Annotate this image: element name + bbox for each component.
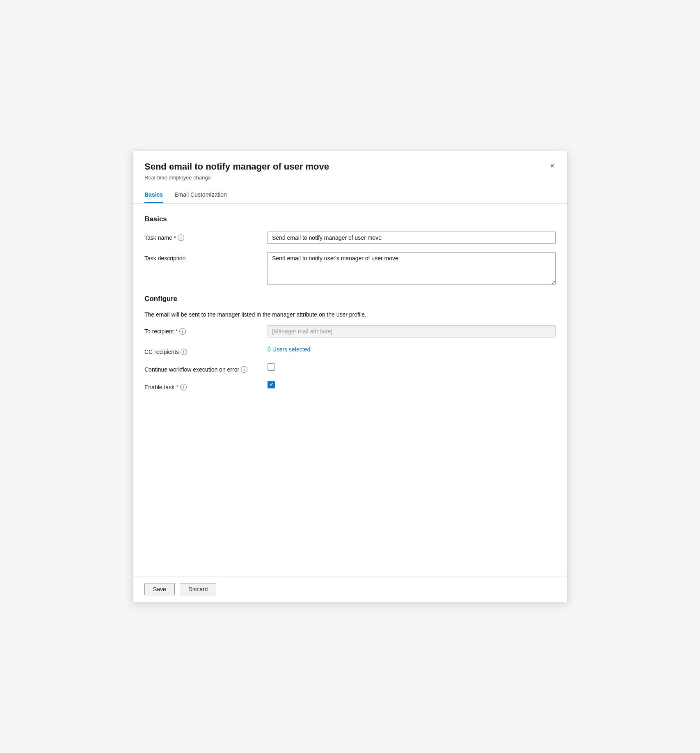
dialog-footer: Save Discard (133, 576, 567, 602)
task-name-required: * (174, 234, 176, 241)
continue-workflow-info-icon[interactable]: i (241, 366, 247, 373)
cc-recipients-row: CC recipients i 0 Users selected (144, 346, 556, 355)
continue-workflow-control (268, 363, 556, 371)
task-name-control (268, 232, 556, 244)
enable-task-label: Enable task * i (144, 381, 268, 390)
enable-task-required: * (176, 384, 178, 390)
task-name-label: Task name * i (144, 232, 268, 241)
task-name-info-icon[interactable]: i (178, 234, 184, 241)
continue-workflow-row: Continue workflow execution on error i (144, 363, 556, 373)
dialog-header: Send email to notify manager of user mov… (133, 151, 567, 187)
dialog-title: Send email to notify manager of user mov… (144, 161, 556, 173)
dialog: Send email to notify manager of user mov… (133, 151, 567, 602)
cc-recipients-label: CC recipients i (144, 346, 268, 355)
cc-recipients-info-icon[interactable]: i (181, 349, 187, 355)
enable-task-control (268, 381, 556, 388)
to-recipient-row: To recipient * i [Manager mail attribute… (144, 325, 556, 337)
to-recipient-control: [Manager mail attribute] (268, 325, 556, 337)
to-recipient-label: To recipient * i (144, 325, 268, 335)
continue-workflow-label: Continue workflow execution on error i (144, 363, 268, 373)
task-description-label: Task description (144, 252, 268, 262)
task-description-control: Send email to notify user's manager of u… (268, 252, 556, 287)
dialog-subtitle: Real-time employee change (144, 174, 556, 181)
dialog-content: Basics Task name * i Task description Se… (133, 204, 567, 576)
task-name-input[interactable] (268, 232, 556, 244)
enable-task-row: Enable task * i (144, 381, 556, 390)
enable-task-checkbox[interactable] (268, 381, 275, 388)
to-recipient-value: [Manager mail attribute] (268, 325, 556, 337)
continue-workflow-checkbox-container (268, 363, 556, 371)
enable-task-checkbox-container (268, 381, 556, 388)
tab-email-customization[interactable]: Email Customization (174, 187, 227, 203)
task-description-input[interactable]: Send email to notify user's manager of u… (268, 252, 556, 285)
to-recipient-info-icon[interactable]: i (179, 328, 186, 335)
close-button[interactable]: × (546, 159, 559, 172)
tab-basics[interactable]: Basics (144, 187, 163, 203)
cc-recipients-control: 0 Users selected (268, 346, 556, 353)
continue-workflow-checkbox[interactable] (268, 363, 275, 371)
cc-recipients-link[interactable]: 0 Users selected (268, 346, 310, 353)
basics-section-title: Basics (144, 215, 556, 223)
task-description-row: Task description Send email to notify us… (144, 252, 556, 287)
configure-section: Configure The email will be sent to the … (144, 295, 556, 390)
configure-description: The email will be sent to the manager li… (144, 311, 556, 318)
to-recipient-required: * (176, 328, 178, 335)
configure-section-title: Configure (144, 295, 556, 303)
discard-button[interactable]: Discard (180, 583, 216, 595)
task-name-row: Task name * i (144, 232, 556, 244)
tabs-container: Basics Email Customization (133, 187, 567, 204)
save-button[interactable]: Save (144, 583, 175, 595)
enable-task-info-icon[interactable]: i (180, 384, 187, 390)
